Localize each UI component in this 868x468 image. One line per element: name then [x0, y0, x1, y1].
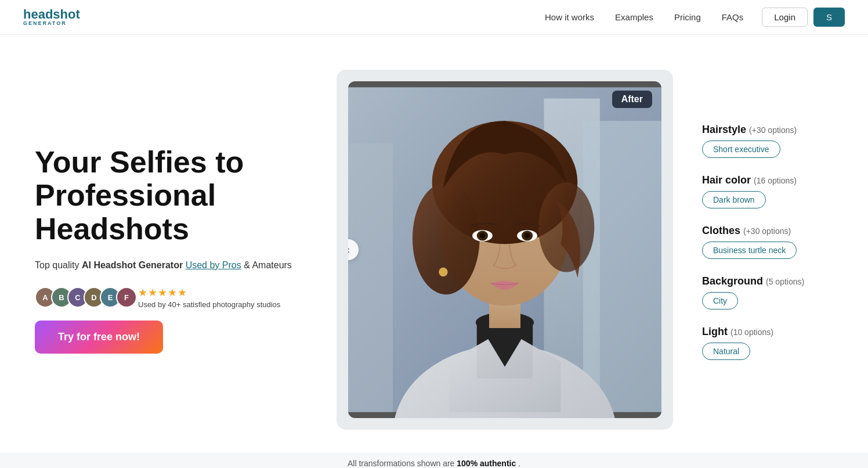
hero-title: Your Selfies to Professional Headshots: [35, 146, 313, 246]
hairstyle-title: Hairstyle (+30 options): [702, 124, 833, 136]
star-rating: ★★★★★: [138, 286, 280, 299]
hero-left: Your Selfies to Professional Headshots T…: [35, 146, 313, 354]
image-card: After: [337, 70, 673, 430]
avatar-group: A B C D E F: [35, 287, 132, 308]
clothes-option: Clothes (+30 options) Business turtle ne…: [702, 225, 833, 259]
svg-point-10: [413, 182, 480, 294]
hair-color-count: (16 options): [754, 176, 797, 185]
login-button[interactable]: Login: [762, 8, 808, 27]
hair-color-title: Hair color (16 options): [702, 174, 833, 186]
signup-button[interactable]: S: [813, 8, 845, 27]
background-count: (5 options): [766, 277, 804, 286]
after-badge: After: [612, 91, 652, 108]
svg-point-14: [480, 233, 486, 239]
hair-color-option: Hair color (16 options) Dark brown: [702, 174, 833, 208]
clothes-count: (+30 options): [743, 226, 791, 236]
social-proof-text: ★★★★★ Used by 40+ satisfied photography …: [138, 286, 280, 309]
nav-links: How it works Examples Pricing FAQs: [545, 12, 743, 22]
footer-bold: 100% authentic: [457, 459, 516, 468]
subtitle-suffix: & Amateurs: [244, 260, 292, 270]
nav-examples[interactable]: Examples: [615, 12, 653, 22]
light-option: Light (10 options) Natural: [702, 326, 833, 360]
avatar: F: [116, 287, 137, 308]
headshot-svg: [348, 81, 661, 418]
options-panel: Hairstyle (+30 options) Short executive …: [696, 124, 833, 376]
clothes-title: Clothes (+30 options): [702, 225, 833, 237]
svg-rect-2: [583, 121, 661, 412]
hair-color-chip[interactable]: Dark brown: [702, 191, 766, 208]
clothes-chip[interactable]: Business turtle neck: [702, 242, 797, 259]
footer-suffix: .: [518, 459, 520, 468]
subtitle-bold: AI Headshot Generator: [82, 260, 183, 270]
svg-point-17: [525, 233, 530, 239]
logo-sub: GENERATOR: [23, 21, 80, 26]
nav-pricing[interactable]: Pricing: [674, 12, 701, 22]
subtitle-link[interactable]: Used by Pros: [186, 260, 241, 270]
hero-image-card: After: [337, 70, 673, 430]
background-option: Background (5 options) City: [702, 275, 833, 309]
hero-subtitle: Top quality AI Headshot Generator Used b…: [35, 258, 313, 272]
nav-how-it-works[interactable]: How it works: [545, 12, 594, 22]
footer-note: All transformations shown are 100% authe…: [0, 453, 868, 468]
logo[interactable]: headshot GENERATOR: [23, 8, 80, 26]
background-title: Background (5 options): [702, 275, 833, 287]
social-proof-row: A B C D E F ★★★★★ Used by 40+ satisfied …: [35, 286, 313, 309]
subtitle-prefix: Top quality: [35, 260, 82, 270]
studios-text: Used by 40+ satisfied photography studio…: [138, 300, 280, 309]
hairstyle-option: Hairstyle (+30 options) Short executive: [702, 124, 833, 158]
nav-faqs[interactable]: FAQs: [722, 12, 744, 22]
hairstyle-count: (+30 options): [749, 125, 797, 135]
footer-prefix: All transformations shown are: [348, 459, 457, 468]
hairstyle-chip[interactable]: Short executive: [702, 141, 780, 158]
light-title: Light (10 options): [702, 326, 833, 338]
logo-main: headshot: [23, 8, 80, 21]
hero-section: Your Selfies to Professional Headshots T…: [0, 35, 868, 453]
light-chip[interactable]: Natural: [702, 343, 750, 360]
try-free-button[interactable]: Try for free now!: [35, 321, 163, 354]
svg-rect-3: [348, 143, 393, 412]
background-chip[interactable]: City: [702, 292, 738, 309]
headshot-image: After: [348, 81, 661, 418]
svg-point-18: [439, 268, 447, 276]
navbar: headshot GENERATOR How it works Examples…: [0, 0, 868, 35]
light-count: (10 options): [730, 327, 773, 337]
